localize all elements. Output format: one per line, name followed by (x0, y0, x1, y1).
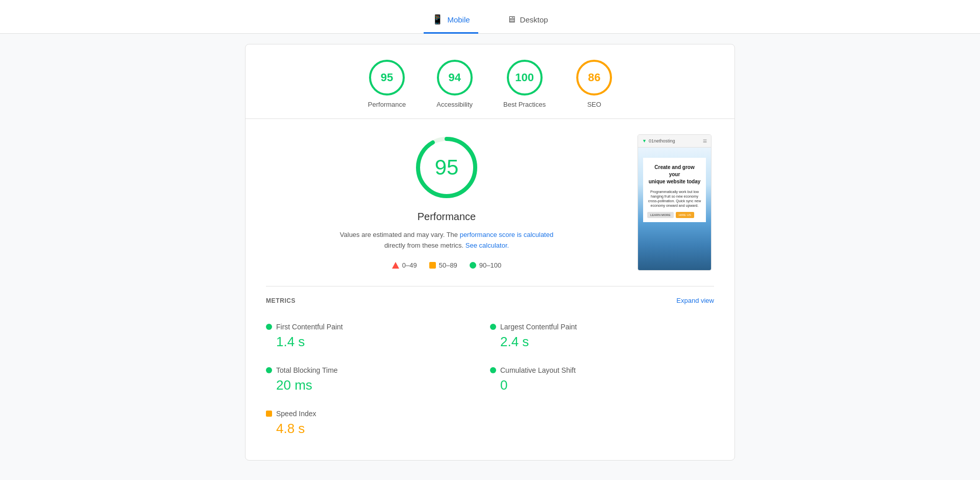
screenshot-panel: ▼ 01nethosting ≡ Create and growyouruniq… (638, 134, 714, 271)
legend-orange: 50–89 (429, 261, 457, 269)
screenshot-header: ▼ 01nethosting ≡ (638, 135, 711, 148)
score-circle-best-practices: 100 (507, 60, 543, 95)
score-detail-panel: 95 Performance Values are estimated and … (266, 134, 627, 271)
legend-red: 0–49 (392, 261, 417, 269)
big-score-value: 95 (435, 155, 459, 180)
metric-label-cls: Cumulative Layout Shift (500, 366, 576, 374)
metric-value-si: 4.8 s (266, 421, 490, 437)
metrics-section: METRICS Expand view First Contentful Pai… (246, 286, 734, 460)
tab-mobile[interactable]: 📱 Mobile (424, 9, 478, 34)
metric-label-tbt: Total Blocking Time (276, 366, 338, 374)
green-circle-icon (470, 262, 476, 269)
hire-us-button[interactable]: HIRE US (676, 212, 694, 218)
metric-label-fcp: First Contentful Paint (276, 323, 343, 331)
screenshot-buttons: LEARN MORE HIRE US (647, 212, 702, 218)
tab-bar: 📱 Mobile 🖥 Desktop (0, 0, 980, 34)
score-label-accessibility: Accessibility (436, 101, 473, 108)
metric-si: Speed Index 4.8 s (266, 401, 490, 445)
metric-value-cls: 0 (490, 377, 714, 393)
legend-green: 90–100 (470, 261, 501, 269)
screenshot-menu-icon: ≡ (703, 137, 707, 145)
score-label-best-practices: Best Practices (503, 101, 546, 108)
score-performance: 95 Performance (368, 60, 406, 108)
perf-score-link[interactable]: performance score is calculated (460, 231, 554, 238)
mobile-icon: 📱 (432, 14, 443, 25)
metric-fcp: First Contentful Paint 1.4 s (266, 315, 490, 358)
big-score-circle: 95 (413, 134, 480, 201)
metric-value-lcp: 2.4 s (490, 334, 714, 350)
calculator-link[interactable]: See calculator. (465, 242, 509, 249)
metric-value-tbt: 20 ms (266, 377, 490, 393)
metric-lcp: Largest Contentful Paint 2.4 s (490, 315, 714, 358)
score-summary: 95 Performance 94 Accessibility 100 Best… (246, 44, 734, 119)
score-accessibility: 94 Accessibility (436, 60, 473, 108)
metric-label-lcp: Largest Contentful Paint (500, 323, 577, 331)
performance-description: Values are estimated and may vary. The p… (339, 230, 554, 251)
score-best-practices: 100 Best Practices (503, 60, 546, 108)
orange-square-icon (429, 262, 436, 269)
site-screenshot: ▼ 01nethosting ≡ Create and growyouruniq… (638, 134, 712, 271)
metrics-grid: First Contentful Paint 1.4 s Largest Con… (266, 315, 714, 445)
tab-desktop-label: Desktop (520, 15, 548, 24)
metric-cls: Cumulative Layout Shift 0 (490, 358, 714, 401)
screenshot-body: Create and growyourunique website today … (638, 148, 711, 270)
tab-mobile-label: Mobile (447, 15, 470, 24)
red-triangle-icon (392, 262, 399, 269)
screenshot-headline: Create and growyourunique website today (647, 164, 702, 185)
metric-dot-lcp (490, 324, 496, 330)
score-circle-performance: 95 (369, 60, 405, 95)
performance-detail: 95 Performance Values are estimated and … (246, 119, 734, 286)
screenshot-subtext: Programmatically work but low hanging fr… (647, 189, 702, 208)
metric-dot-si (266, 411, 272, 417)
metric-dot-tbt (266, 367, 272, 373)
learn-more-button[interactable]: LEARN MORE (647, 212, 674, 218)
performance-title: Performance (418, 211, 476, 223)
screenshot-favicon: ▼ 01nethosting (642, 138, 675, 143)
tab-desktop[interactable]: 🖥 Desktop (499, 9, 556, 34)
metrics-title: METRICS (266, 297, 296, 304)
score-label-performance: Performance (368, 101, 406, 108)
score-circle-accessibility: 94 (437, 60, 473, 95)
score-seo: 86 SEO (576, 60, 612, 108)
metric-dot-cls (490, 367, 496, 373)
metric-tbt: Total Blocking Time 20 ms (266, 358, 490, 401)
desktop-icon: 🖥 (507, 14, 516, 25)
score-circle-seo: 86 (576, 60, 612, 95)
main-card: 95 Performance 94 Accessibility 100 Best… (245, 44, 735, 461)
metric-dot-fcp (266, 324, 272, 330)
legend: 0–49 50–89 90–100 (392, 261, 501, 269)
metric-value-fcp: 1.4 s (266, 334, 490, 350)
metric-label-si: Speed Index (276, 410, 316, 418)
metrics-header: METRICS Expand view (266, 297, 714, 304)
expand-view-button[interactable]: Expand view (676, 297, 714, 304)
score-label-seo: SEO (587, 101, 601, 108)
